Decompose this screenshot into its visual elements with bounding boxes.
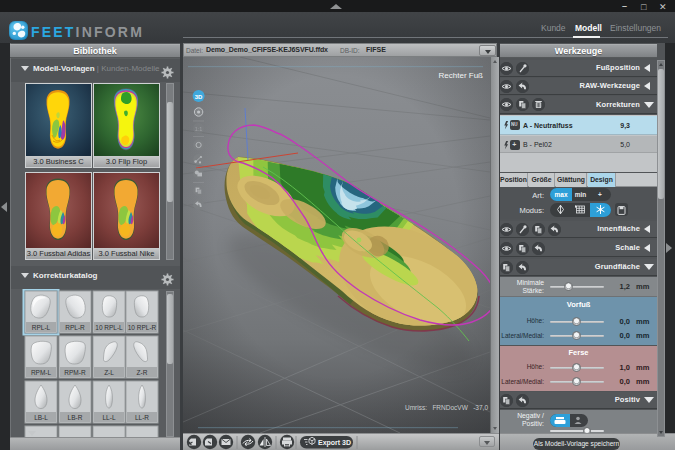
svg-text:LB-L: LB-L [34, 414, 48, 421]
svg-text:10 RPL-R: 10 RPL-R [128, 324, 157, 331]
svg-text:Z-L: Z-L [104, 369, 114, 376]
svg-text:1:1: 1:1 [195, 126, 203, 132]
svg-text:Umriss: FRNDocVW -37,0: Umriss: FRNDocVW -37,0 [405, 404, 488, 411]
svg-text:LL-L: LL-L [102, 414, 115, 421]
svg-text:10 RPL-L: 10 RPL-L [95, 324, 123, 331]
svg-text:Export 3D: Export 3D [318, 439, 351, 447]
svg-text:RPL-R: RPL-R [65, 324, 85, 331]
svg-text:LL-R: LL-R [135, 414, 149, 421]
svg-text:RPM-R: RPM-R [64, 369, 86, 376]
svg-text:RPM-L: RPM-L [31, 369, 52, 376]
svg-text:3D: 3D [195, 94, 203, 100]
svg-text:Z-R: Z-R [137, 369, 148, 376]
svg-text:Rechter Fuß: Rechter Fuß [439, 71, 484, 80]
svg-text:LB-R: LB-R [68, 414, 83, 421]
svg-text:RPL-L: RPL-L [32, 324, 51, 331]
